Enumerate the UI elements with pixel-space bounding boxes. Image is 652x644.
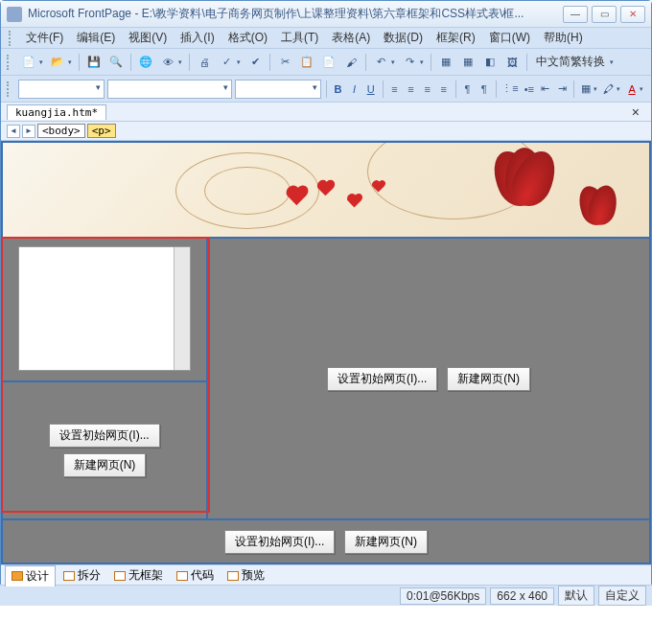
indent-icon[interactable]: ⇥ — [555, 80, 569, 99]
separator — [365, 54, 366, 71]
view-tab-split[interactable]: 拆分 — [58, 565, 106, 586]
nav-prev-icon[interactable]: ◄ — [7, 125, 20, 138]
frame-right-main[interactable]: 设置初始网页(I)... 新建网页(N) — [208, 239, 649, 518]
set-initial-page-button[interactable]: 设置初始网页(I)... — [224, 530, 335, 554]
spell-icon[interactable]: ✓ — [217, 53, 236, 72]
menu-edit[interactable]: 编辑(E) — [71, 28, 121, 48]
menu-file[interactable]: 文件(F) — [20, 28, 69, 48]
save-icon[interactable]: 💾 — [84, 53, 104, 72]
rtl-icon[interactable]: ¶ — [477, 80, 491, 99]
bullet-list-icon[interactable]: •≡ — [523, 80, 536, 99]
paste-icon[interactable]: 📄 — [319, 53, 338, 72]
numbered-list-icon[interactable]: ⋮≡ — [501, 80, 519, 99]
frame-bottom[interactable]: 设置初始网页(I)... 新建网页(N) — [3, 518, 649, 563]
banner-frame[interactable] — [3, 143, 649, 239]
size-select[interactable] — [235, 80, 321, 99]
dropdown-icon[interactable]: ▾ — [391, 58, 395, 66]
table-icon[interactable]: ▦ — [458, 53, 477, 72]
undo-icon[interactable]: ↶ — [371, 53, 390, 72]
design-canvas[interactable]: 设置初始网页(I)... 新建网页(N) 设置初始网页(I)... 新建网页(N… — [1, 141, 651, 564]
dropdown-icon[interactable]: ▾ — [39, 58, 43, 66]
document-tab[interactable]: kuangjia.htm* — [7, 104, 106, 120]
menu-insert[interactable]: 插入(I) — [175, 28, 220, 48]
maximize-button[interactable]: ▭ — [592, 6, 617, 23]
menu-format[interactable]: 格式(O) — [222, 28, 273, 48]
align-justify-icon[interactable]: ≡ — [437, 80, 451, 99]
frame-top-left[interactable] — [3, 239, 206, 382]
dropdown-icon[interactable]: ▾ — [617, 85, 620, 93]
menu-table[interactable]: 表格(A) — [326, 28, 376, 48]
view-tab-code[interactable]: 代码 — [171, 565, 220, 586]
flower-decoration — [586, 185, 646, 240]
menu-help[interactable]: 帮助(H) — [538, 28, 589, 48]
preview-icon[interactable]: 👁 — [158, 53, 177, 72]
redo-icon[interactable]: ↷ — [400, 53, 419, 72]
dropdown-icon[interactable]: ▾ — [610, 58, 614, 66]
dropdown-icon[interactable]: ▾ — [640, 85, 643, 93]
tag-p[interactable]: <p> — [87, 124, 116, 138]
image-icon[interactable]: 🖼 — [502, 53, 522, 72]
italic-button[interactable]: I — [347, 80, 361, 99]
layer-icon[interactable]: ◧ — [480, 53, 500, 72]
align-right-icon[interactable]: ≡ — [421, 80, 434, 99]
borders-icon[interactable]: ▦ — [579, 80, 593, 99]
tag-selector-bar: ◄ ► <body> <p> — [1, 122, 651, 141]
menu-window[interactable]: 窗口(W) — [483, 28, 536, 48]
underline-button[interactable]: U — [364, 80, 378, 99]
check-icon[interactable]: ✔ — [245, 53, 265, 72]
font-color-icon[interactable]: A — [625, 80, 639, 99]
format-painter-icon[interactable]: 🖌 — [341, 53, 361, 72]
align-left-icon[interactable]: ≡ — [387, 80, 401, 99]
status-mode2: 自定义 — [598, 586, 646, 606]
cut-icon[interactable]: ✂ — [275, 53, 294, 72]
open-icon[interactable]: 📂 — [48, 53, 67, 72]
style-select[interactable] — [18, 80, 105, 99]
view-tab-preview[interactable]: 预览 — [221, 565, 270, 586]
set-initial-page-button[interactable]: 设置初始网页(I)... — [327, 367, 437, 391]
component-icon[interactable]: ▦ — [436, 53, 455, 72]
view-tab-design[interactable]: 设计 — [5, 565, 56, 586]
dropdown-icon[interactable]: ▾ — [594, 85, 597, 93]
toolbar-grip[interactable] — [7, 55, 12, 70]
convert-button[interactable]: 中文简繁转换 — [532, 54, 609, 70]
copy-icon[interactable]: 📋 — [297, 53, 316, 72]
new-page-button[interactable]: 新建网页(N) — [447, 367, 530, 391]
app-window: Microsoft FrontPage - E:\教学资料\电子商务网页制作\上… — [0, 0, 652, 585]
ltr-icon[interactable]: ¶ — [460, 80, 474, 99]
align-center-icon[interactable]: ≡ — [404, 80, 417, 99]
menu-frame[interactable]: 框架(R) — [431, 28, 481, 48]
dropdown-icon[interactable]: ▾ — [237, 58, 241, 66]
menu-data[interactable]: 数据(D) — [378, 28, 429, 48]
toolbar-grip[interactable] — [7, 81, 12, 97]
outdent-icon[interactable]: ⇤ — [539, 80, 552, 99]
menu-tools[interactable]: 工具(T) — [275, 28, 324, 48]
view-tab-noframes[interactable]: 无框架 — [108, 565, 169, 586]
separator — [573, 80, 574, 98]
new-page-button[interactable]: 新建网页(N) — [344, 530, 428, 554]
flower-decoration — [505, 148, 592, 234]
print-icon[interactable]: 🖨 — [195, 53, 214, 72]
new-page-button[interactable]: 新建网页(N) — [63, 453, 147, 477]
set-initial-page-button[interactable]: 设置初始网页(I)... — [49, 424, 159, 448]
frame-content-area[interactable] — [18, 246, 191, 371]
menu-grip[interactable] — [9, 31, 14, 46]
frame-bottom-left[interactable]: 设置初始网页(I)... 新建网页(N) — [3, 382, 206, 518]
document-tabs: kuangjia.htm* × — [1, 103, 651, 122]
bold-button[interactable]: B — [331, 80, 344, 99]
status-size: 662 x 460 — [490, 587, 554, 605]
menu-view[interactable]: 视图(V) — [123, 28, 173, 48]
highlight-icon[interactable]: 🖍 — [602, 80, 616, 99]
close-document-button[interactable]: × — [626, 104, 645, 120]
minimize-button[interactable]: — — [563, 6, 588, 23]
nav-next-icon[interactable]: ► — [22, 125, 35, 138]
new-icon[interactable]: 📄 — [19, 53, 38, 72]
dropdown-icon[interactable]: ▾ — [420, 58, 424, 66]
dropdown-icon[interactable]: ▾ — [68, 58, 72, 66]
close-button[interactable]: ✕ — [620, 6, 645, 23]
tag-body[interactable]: <body> — [37, 124, 85, 138]
dropdown-icon[interactable]: ▾ — [178, 58, 182, 66]
publish-icon[interactable]: 🌐 — [136, 53, 155, 72]
search-icon[interactable]: 🔍 — [106, 53, 126, 72]
font-select[interactable] — [107, 80, 232, 99]
right-frameset: 设置初始网页(I)... 新建网页(N) — [208, 239, 649, 518]
